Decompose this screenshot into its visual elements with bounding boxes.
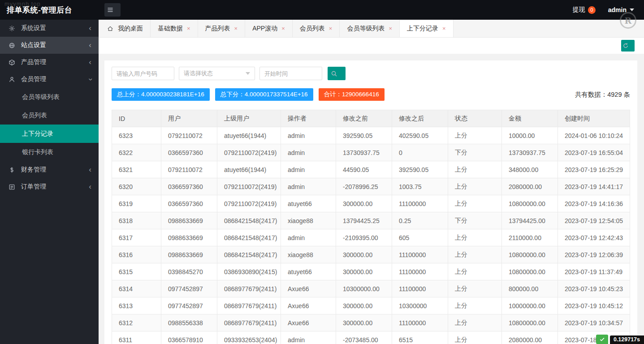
chevron-icon: ‹ <box>89 41 91 49</box>
chevron-icon: ‹ <box>89 166 91 173</box>
table-cell: 402590.05 <box>392 127 448 144</box>
sidebar-subitem-label: 会员等级列表 <box>22 93 60 101</box>
table-cell: atuyet66 <box>281 195 336 212</box>
sidebar-subitem-label: 银行卡列表 <box>22 148 53 156</box>
sidebar: 系统设置‹站点设置‹产品管理‹会员管理‹会员等级列表会员列表上下分记录银行卡列表… <box>0 20 99 344</box>
table-cell: 0366578910 <box>161 331 217 344</box>
table-cell: 1003.75 <box>392 178 448 195</box>
search-button[interactable] <box>328 67 346 80</box>
sidebar-item-member-list[interactable]: 会员列表 <box>0 106 99 125</box>
close-tab-icon[interactable]: × <box>281 26 285 31</box>
sidebar-item-member-level-list[interactable]: 会员等级列表 <box>0 88 99 106</box>
table-cell: 2023-07-19 11:37:49 <box>558 263 630 280</box>
user-number-input[interactable] <box>112 67 174 80</box>
table-cell: 0792110072(2419) <box>217 195 281 212</box>
table-cell: 10000000.00 <box>502 297 558 314</box>
table-cell: 上分 <box>448 314 502 331</box>
sidebar-item-system-settings[interactable]: 系统设置‹ <box>0 20 99 37</box>
table-row: 632203665973600792110072(2419)admin13730… <box>112 144 630 161</box>
table-cell: 44590.05 <box>336 161 392 178</box>
table-row: 63210792110072atuyet66(1944)admin44590.0… <box>112 161 630 178</box>
tab-member-level-list[interactable]: 会员等级列表× <box>340 20 400 37</box>
tab-basic-data[interactable]: 基础数据× <box>151 20 198 37</box>
chevron-icon: ‹ <box>89 24 91 32</box>
table-cell: 0366597360 <box>161 195 217 212</box>
table-cell: admin <box>281 144 336 161</box>
user-menu[interactable]: admin <box>608 6 634 13</box>
records-table-body: 63230792110072atuyet66(1944)admin392590.… <box>112 127 630 344</box>
table-cell: 0366597360 <box>161 144 217 161</box>
table-cell: 300000.00 <box>336 314 392 331</box>
table-cell: 0868977679(2411) <box>217 280 281 297</box>
tab-desktop[interactable]: 我的桌面 <box>99 20 151 37</box>
table-row: 631809886336690868421548(2417)xiaoge8813… <box>112 212 630 229</box>
total-down-chip: 总下分：4.0000017337514E+16 <box>215 88 313 101</box>
close-tab-icon[interactable]: × <box>234 26 238 31</box>
sidebar-item-bank-card-list[interactable]: 银行卡列表 <box>0 143 99 161</box>
table-cell: 800000.00 <box>502 280 558 297</box>
table-cell: 上分 <box>448 297 502 314</box>
gear-icon <box>7 25 16 32</box>
box-icon <box>7 59 16 66</box>
table-cell: 下分 <box>448 212 502 229</box>
table-cell: 6320 <box>112 178 161 195</box>
table-cell: Axue66 <box>281 314 336 331</box>
table-cell: 下分 <box>448 144 502 161</box>
table-cell: xiaoge88 <box>281 246 336 263</box>
tab-app-scroll[interactable]: APP滚动× <box>245 20 293 37</box>
table-row: 631309774528970868977679(2411)Axue663000… <box>112 297 630 314</box>
table-cell: -2109395.00 <box>336 229 392 246</box>
close-tab-icon[interactable]: × <box>389 26 392 31</box>
table-cell: 0988633669 <box>161 246 217 263</box>
sidebar-toggle-button[interactable] <box>104 3 121 17</box>
sidebar-item-label: 系统设置 <box>21 24 46 32</box>
table-cell: 13730937.75 <box>502 144 558 161</box>
sidebar-item-label: 产品管理 <box>21 58 46 66</box>
table-cell: 605 <box>392 229 448 246</box>
table-cell: admin <box>281 127 336 144</box>
sidebar-item-finance-management[interactable]: 财务管理‹ <box>0 161 99 178</box>
table-cell: 上分 <box>448 195 502 212</box>
table-cell: 2023-07-19 16:55:04 <box>558 144 630 161</box>
tab-product-list[interactable]: 产品列表× <box>198 20 246 37</box>
app-title: 排单系统-管理后台 <box>0 5 99 15</box>
tab-label: 基础数据 <box>158 25 183 33</box>
close-tab-icon[interactable]: × <box>187 26 190 31</box>
start-time-input[interactable] <box>259 67 322 80</box>
table-cell: atuyet66(1944) <box>217 127 281 144</box>
table-header-cell: 上级用户 <box>217 110 281 127</box>
table-cell: 0398845270 <box>161 263 217 280</box>
tab-score-records[interactable]: 上下分记录× <box>400 20 454 37</box>
tab-bar: 我的桌面基础数据×产品列表×APP滚动×会员列表×会员等级列表×上下分记录× <box>99 20 644 38</box>
sidebar-item-site-settings[interactable]: 站点设置‹ <box>0 37 99 54</box>
table-cell: 300000.00 <box>336 263 392 280</box>
table-cell: 2080000.00 <box>502 178 558 195</box>
refresh-icon <box>621 43 630 49</box>
table-cell: 上分 <box>448 229 502 246</box>
sidebar-item-score-records[interactable]: 上下分记录 <box>0 125 99 143</box>
table-cell: 10300000 <box>392 297 448 314</box>
table-header-cell: 用户 <box>161 110 217 127</box>
table-cell: 2023-07-19 12:54:05 <box>558 212 630 229</box>
refresh-button[interactable] <box>621 40 635 52</box>
table-cell: 2023-07-19 16:25:29 <box>558 161 630 178</box>
tab-member-list[interactable]: 会员列表× <box>293 20 340 37</box>
toolbar <box>99 38 644 54</box>
chevron-icon: ‹ <box>89 58 91 66</box>
table-cell: 6319 <box>112 195 161 212</box>
close-tab-icon[interactable]: × <box>329 26 333 31</box>
close-tab-icon[interactable]: × <box>442 26 446 31</box>
sidebar-item-label: 订单管理 <box>21 183 46 191</box>
table-cell: 6312 <box>112 314 161 331</box>
table-cell: 11100000 <box>392 246 448 263</box>
sidebar-item-product-management[interactable]: 产品管理‹ <box>0 54 99 71</box>
status-select[interactable]: 请选择状态 <box>179 67 255 80</box>
table-header-cell: 操作者 <box>281 110 336 127</box>
sidebar-item-member-management[interactable]: 会员管理‹ <box>0 71 99 88</box>
table-cell: 10300000.00 <box>336 280 392 297</box>
table-cell: 0868421548(2417) <box>217 246 281 263</box>
topbar: myymnb.top 排单系统-管理后台 提现 0 admin <box>0 0 644 20</box>
sidebar-item-order-management[interactable]: 订单管理‹ <box>0 178 99 195</box>
withdraw-menu[interactable]: 提现 0 <box>573 6 596 14</box>
table-cell: 2023-07-19 10:34:57 <box>558 314 630 331</box>
